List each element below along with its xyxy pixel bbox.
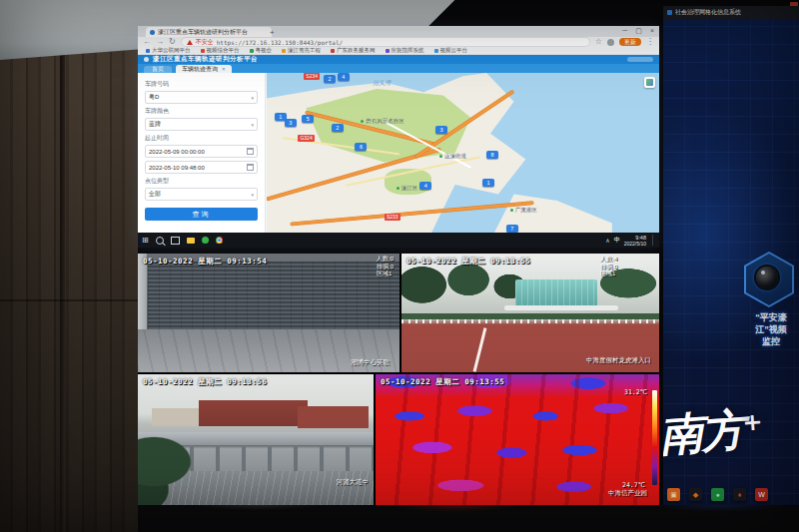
minimize-button[interactable]: ─: [622, 27, 627, 35]
security-warning-icon: [187, 40, 193, 45]
timestamp-overlay: 05-10-2022 星期二 09:13:55: [406, 257, 530, 266]
bookmark-item[interactable]: 大华云联网平台: [146, 47, 191, 54]
address-bar[interactable]: 不安全 https://172.16.132.150:8443/portal/: [181, 37, 590, 47]
show-desktop-button[interactable]: [652, 235, 655, 246]
dock-app-icon[interactable]: ▣: [667, 488, 680, 501]
map-camera-marker[interactable]: 6: [355, 143, 367, 151]
calendar-icon: [247, 148, 254, 155]
map-camera-marker[interactable]: 8: [486, 151, 498, 159]
map-camera-marker[interactable]: 4: [419, 182, 431, 190]
search-icon[interactable]: [156, 237, 164, 245]
bookmark-item[interactable]: 视频云平台: [434, 47, 468, 54]
map-camera-marker[interactable]: 3: [285, 119, 297, 127]
plate-color-select[interactable]: 蓝牌 ▾: [145, 118, 258, 131]
analytics-overlay: 人数:0 徘徊:0 区域1: [377, 256, 394, 278]
bookmark-item[interactable]: 视频综合平台: [201, 47, 240, 54]
analytics-overlay: 人数:4 徘徊:0 区域1: [600, 256, 617, 278]
map-camera-marker[interactable]: 5: [302, 115, 314, 123]
camera-feed-hepu-avenue[interactable]: 05-10-2022 星期二 09:13:56 河浦大道中: [138, 374, 374, 505]
browser-update-button[interactable]: 更新: [619, 38, 641, 46]
back-icon[interactable]: ←: [143, 37, 151, 47]
map-camera-marker[interactable]: 7: [506, 225, 518, 233]
map-canvas[interactable]: 汕头湾 礐石风景名胜区 达濠街道 濠江区 广澳港区 S234: [267, 73, 659, 233]
scene-lane-marking: [473, 327, 487, 371]
bookmark-label: 粤视会: [256, 47, 273, 54]
watermark-text: 南方: [663, 404, 745, 461]
browser-toolbar: ← → ↻ 不安全 https://172.16.132.150:8443/po…: [138, 37, 659, 47]
floor-shadow: [138, 505, 799, 532]
forward-icon[interactable]: →: [156, 37, 164, 47]
loiter-count: 徘徊:0: [600, 264, 617, 271]
task-view-icon[interactable]: [171, 237, 180, 245]
browser-360-icon[interactable]: [202, 237, 209, 244]
query-submit-button[interactable]: 查询: [145, 208, 258, 221]
time-from-input[interactable]: 2022-05-09 00:00:00: [145, 145, 258, 158]
tab-close-icon[interactable]: ×: [222, 66, 226, 72]
browser-tab[interactable]: 濠江区重点车辆轨迹研判分析平台: [146, 27, 272, 37]
road-shield-badge: G324: [298, 135, 314, 142]
dock-app-icon[interactable]: W: [755, 488, 768, 501]
camera-feed-thermal[interactable]: 05-10-2022 星期二 09:13:55 31.2℃ 24.7℃ 中海信产…: [376, 374, 659, 505]
start-button[interactable]: ⊞: [142, 233, 149, 248]
header-action-pill[interactable]: [627, 57, 653, 62]
camera-feed-chaobo-center[interactable]: 05-10-2022 星期二 09:13:54 人数:0 徘徊:0 区域1 潮博…: [138, 254, 400, 372]
bookmark-favicon: [201, 49, 205, 53]
scene-red-building: [199, 400, 308, 426]
close-button[interactable]: ×: [650, 27, 654, 35]
tab-vehicle-track-query[interactable]: 车辆轨迹查询 ×: [176, 65, 232, 73]
chrome-icon[interactable]: [216, 237, 223, 244]
people-count: 人数:0: [377, 256, 394, 264]
bookmark-item[interactable]: 应急指挥系统: [386, 47, 424, 54]
slogan-line: “平安濠: [745, 311, 797, 323]
browser-menu-icon[interactable]: ⋮: [646, 37, 654, 47]
reload-icon[interactable]: ↻: [169, 37, 176, 47]
bookmark-label: 广东政务服务网: [337, 47, 376, 54]
app-icon: [667, 10, 672, 15]
app-dock: ▣ ◆ ● ♦ W: [667, 488, 768, 501]
tray-expand-icon[interactable]: ∧: [605, 237, 609, 244]
camera-feed-resort-entrance[interactable]: 05-10-2022 星期二 09:13:55 人数:4 徘徊:0 区域1 中海…: [401, 254, 659, 372]
dock-app-icon[interactable]: ●: [711, 488, 724, 501]
map-layers-control[interactable]: [644, 77, 655, 88]
map-poi-label[interactable]: 广澳港区: [510, 207, 537, 214]
time-range-label: 起止时间: [145, 134, 258, 143]
webapp-tab-row: 首页 车辆轨迹查询 ×: [138, 64, 659, 73]
dock-app-icon[interactable]: ♦: [733, 488, 746, 501]
time-to-input[interactable]: 2022-05-10 09:48:00: [145, 161, 258, 174]
scene-building: [515, 279, 598, 305]
url-text[interactable]: https://172.16.132.150:8443/portal/: [217, 39, 343, 46]
bookmark-item[interactable]: 濠江雪亮工程: [282, 47, 321, 54]
webapp-title: 濠江区重点车辆轨迹研判分析平台: [153, 55, 258, 64]
bookmark-item[interactable]: 粤视会: [250, 47, 273, 54]
map-poi-label[interactable]: 礐石风景名胜区: [361, 118, 404, 125]
map-camera-marker[interactable]: 2: [324, 75, 336, 83]
new-tab-button[interactable]: +: [270, 28, 275, 37]
slogan-line: 监控: [745, 335, 797, 347]
bookmark-item[interactable]: 广东政务服务网: [331, 47, 376, 54]
map-camera-marker[interactable]: 4: [338, 73, 350, 81]
map-camera-marker[interactable]: 1: [482, 179, 494, 187]
bookmark-star-icon[interactable]: ☆: [595, 37, 602, 47]
ime-indicator[interactable]: 中: [614, 236, 620, 245]
tab-home[interactable]: 首页: [144, 66, 172, 73]
bookmark-favicon: [282, 49, 286, 53]
time-to-value: 2022-05-10 09:48:00: [149, 165, 205, 171]
scene-building: [152, 408, 204, 426]
point-type-select[interactable]: 全部 ▾: [145, 188, 258, 201]
videowall-right-screen: 社会治理网格化信息系统 “平安濠 江”视频 监控 ▣ ◆ ● ♦ W: [663, 6, 799, 511]
file-explorer-icon[interactable]: [187, 238, 195, 244]
not-secure-label[interactable]: 不安全: [196, 38, 214, 47]
map-camera-marker[interactable]: 3: [435, 126, 447, 134]
map-poi-label[interactable]: 达濠街道: [439, 153, 466, 160]
taskbar-clock[interactable]: 9:48 2022/5/10: [624, 235, 646, 247]
plate-number-input[interactable]: 粤D ▾: [145, 91, 258, 104]
maximize-button[interactable]: ▢: [635, 27, 642, 35]
profile-avatar[interactable]: [607, 39, 614, 46]
windows-taskbar: ⊞ ∧ 中 9:48 2022/5/10: [138, 233, 659, 248]
map-poi-label[interactable]: 濠江区: [397, 185, 418, 192]
wall-seam-horizontal: [0, 299, 138, 301]
calendar-icon: [247, 164, 254, 171]
dock-app-icon[interactable]: ◆: [689, 488, 702, 501]
map-camera-marker[interactable]: 2: [332, 124, 344, 132]
webapp-content: 车牌号码 粤D ▾ 车牌颜色 蓝牌 ▾ 起止时间 2022-05-09 00:0…: [138, 73, 659, 233]
